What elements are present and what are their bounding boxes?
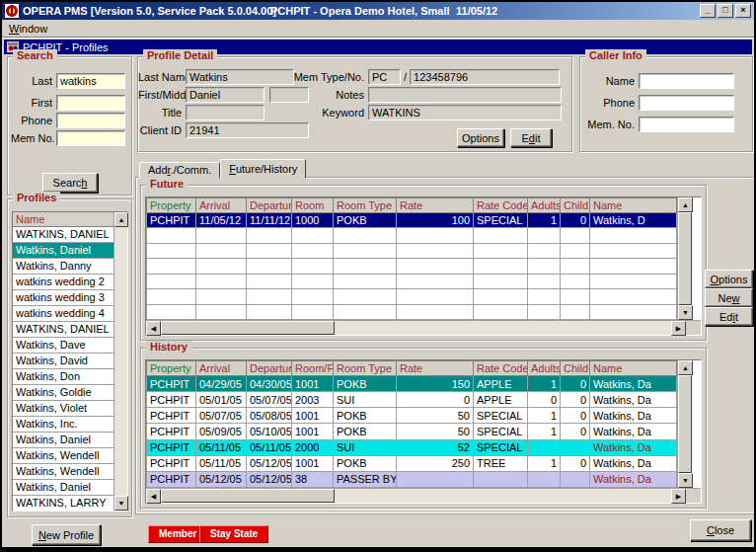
new-profile-button[interactable]: New Profile	[32, 524, 101, 545]
search-legend: Search	[13, 49, 57, 61]
scroll-thumb[interactable]	[678, 375, 692, 473]
scroll-track[interactable]	[161, 321, 671, 335]
scroll-track[interactable]	[161, 489, 671, 503]
profile-list-item[interactable]: Watkins, Daniel	[13, 433, 113, 448]
profile-list-item[interactable]: Watkins, Goldie	[13, 385, 113, 401]
profiles-group: Profiles Name WATKINS, DANIELWatkins, Da…	[7, 198, 132, 517]
maximize-button[interactable]: □	[718, 4, 733, 18]
tab-future-history[interactable]: Future/History	[220, 159, 306, 179]
caller-memno-label: Mem. No.	[583, 118, 639, 130]
title-field	[186, 105, 265, 120]
table-row[interactable]: PCHPIT05/11/0505/12/051001POKB250TREE10W…	[147, 455, 677, 471]
profile-list-item[interactable]: Watkins, Inc.	[13, 417, 113, 433]
table-row-empty	[147, 228, 677, 243]
first-label: First	[11, 97, 56, 109]
history-tablebox: PropertyArrivalDepartureRoom/Fol.Room Ty…	[145, 359, 702, 504]
history-table: PropertyArrivalDepartureRoom/Fol.Room Ty…	[146, 360, 677, 488]
column-header: Rate	[397, 198, 474, 213]
profile-list-item[interactable]: watkins wedding 4	[13, 306, 113, 322]
profile-list-item[interactable]: WATKINS, DANIEL	[13, 322, 113, 338]
caller-name-input[interactable]	[639, 73, 734, 89]
mem-no-field: 123458796	[410, 69, 560, 85]
scroll-thumb[interactable]	[678, 212, 692, 305]
scroll-track[interactable]	[114, 227, 127, 496]
profile-list-item[interactable]: Watkins, Wendell	[13, 464, 113, 480]
table-row[interactable]: PCHPIT05/09/0505/10/051001POKB50SPECIAL1…	[147, 424, 677, 439]
profiles-name-column-header: Name	[13, 212, 113, 227]
notes-label: Notes	[276, 89, 368, 101]
search-phone-input[interactable]	[56, 113, 125, 128]
keyword-field: WATKINS	[368, 105, 562, 120]
future-options-button[interactable]: Options	[705, 270, 753, 288]
search-first-input[interactable]	[56, 95, 125, 111]
profile-list-item[interactable]: Watkins, Danny	[13, 259, 113, 275]
table-row[interactable]: PCHPIT05/11/0505/11/052000SUI52SPECIALWa…	[147, 439, 677, 455]
scroll-left-icon[interactable]: ◀	[146, 489, 161, 504]
scroll-down-icon[interactable]: ▼	[678, 473, 693, 488]
profile-list-item[interactable]: Watkins, Don	[13, 369, 113, 385]
scroll-up-icon[interactable]: ▲	[114, 212, 128, 227]
first-name-field: Daniel	[186, 87, 265, 103]
profile-list-item[interactable]: WATKINS, DANIEL	[13, 227, 113, 243]
profile-list-item[interactable]: Watkins, Daniel	[13, 243, 113, 259]
profile-list-item[interactable]: Watkins, Daniel	[13, 480, 113, 496]
search-last-input[interactable]	[56, 73, 125, 89]
history-legend: History	[146, 341, 191, 353]
last-name-label: Last Name	[138, 71, 186, 83]
column-header: Property	[147, 361, 196, 376]
table-row-empty	[147, 304, 677, 319]
column-header: Adults	[528, 198, 561, 213]
table-row-empty	[147, 243, 677, 258]
profile-list-item[interactable]: Watkins, David	[13, 354, 113, 369]
history-group: History PropertyArrivalDepartureRoom/Fol…	[140, 348, 707, 509]
profile-list-item[interactable]: Watkins, Dave	[13, 338, 113, 354]
scroll-down-icon[interactable]: ▼	[114, 496, 128, 511]
scroll-up-icon[interactable]: ▲	[678, 197, 693, 212]
caller-info-group: Caller Info Name Phone Mem. No.	[579, 56, 753, 152]
column-header: Child	[561, 361, 590, 376]
search-memno-input[interactable]	[56, 130, 125, 146]
scroll-up-icon[interactable]: ▲	[678, 360, 693, 375]
scroll-left-icon[interactable]: ◀	[146, 321, 161, 336]
close-button[interactable]: Close	[690, 519, 751, 541]
scroll-down-icon[interactable]: ▼	[678, 305, 693, 320]
tab-strip: Addr./Comm. Future/History	[139, 159, 306, 179]
history-hscrollbar: ◀ ▶	[146, 488, 701, 503]
close-window-button[interactable]: ×	[735, 4, 751, 18]
menu-window[interactable]: Window	[9, 23, 47, 35]
minimize-button[interactable]: _	[700, 4, 716, 18]
table-row[interactable]: PCHPIT05/01/0505/07/052003SUI0APPLE00Wat…	[147, 392, 677, 408]
caller-memno-input[interactable]	[639, 117, 734, 132]
profiles-list: WATKINS, DANIELWatkins, DanielWatkins, D…	[13, 227, 113, 511]
column-header: Name	[590, 361, 677, 376]
caller-phone-input[interactable]	[639, 95, 734, 111]
opera-pms-window: OPERA PMS [Version 5.0, Service Pack 5.0…	[0, 0, 756, 552]
scroll-thumb[interactable]	[161, 321, 335, 335]
profile-list-item[interactable]: watkins wedding 3	[13, 290, 113, 306]
stay-state-badge[interactable]: Stay State	[199, 525, 268, 543]
tab-addr-comm[interactable]: Addr./Comm.	[139, 162, 220, 179]
profile-list-item[interactable]: Watkins, Violet	[13, 401, 113, 417]
profiles-listbox: Name WATKINS, DANIELWatkins, DanielWatki…	[12, 211, 128, 512]
future-legend: Future	[146, 178, 188, 190]
profile-list-item[interactable]: watkins wedding 2	[13, 275, 113, 290]
future-edit-button[interactable]: Edit	[705, 307, 753, 326]
scroll-right-icon[interactable]: ▶	[671, 321, 686, 336]
table-row[interactable]: PCHPIT11/05/1211/11/121000POKB100SPECIAL…	[147, 213, 677, 228]
first-middle-label: First/Middle	[138, 89, 186, 101]
profile-list-item[interactable]: WATKINS, LARRY	[13, 496, 113, 511]
table-row[interactable]: PCHPIT04/29/0504/30/051001POKB150APPLE10…	[147, 376, 677, 392]
scroll-thumb[interactable]	[161, 489, 335, 503]
future-group: Future PropertyArrivalDepartureRoomRoom …	[140, 185, 707, 341]
profile-edit-button[interactable]: Edit	[510, 128, 552, 147]
future-new-button[interactable]: New	[705, 288, 753, 307]
table-row[interactable]: PCHPIT05/07/0505/08/051001POKB50SPECIAL1…	[147, 408, 677, 424]
profile-options-button[interactable]: Options	[457, 128, 504, 147]
search-button[interactable]: Search	[42, 173, 98, 193]
last-label: Last	[11, 75, 56, 87]
table-row[interactable]: PCHPIT05/12/0505/12/0538PASSER BYWatkins…	[147, 471, 677, 487]
profile-list-item[interactable]: Watkins, Wendell	[13, 448, 113, 464]
column-header: Property	[147, 198, 196, 213]
scroll-right-icon[interactable]: ▶	[671, 489, 686, 504]
caller-phone-label: Phone	[583, 97, 639, 109]
